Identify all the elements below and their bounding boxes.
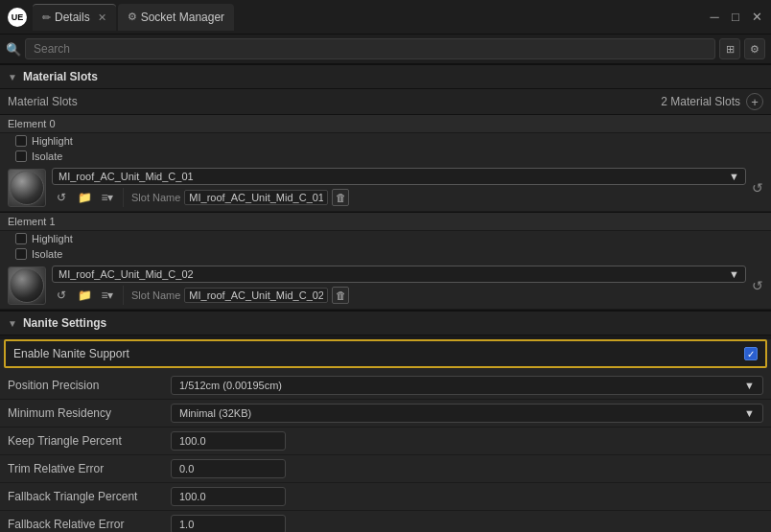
material-slots-section-header[interactable]: ▼ Material Slots — [0, 64, 771, 89]
element-1-isolate-label[interactable]: Isolate — [15, 248, 62, 260]
position-precision-control: 1/512cm (0.00195cm) ▼ — [171, 376, 763, 395]
element-0-isolate-row: Isolate — [0, 149, 771, 164]
material-slots-column-label: Material Slots — [8, 95, 78, 108]
grid-view-button[interactable]: ⊞ — [719, 38, 740, 59]
element-1-folder-icon[interactable]: 📁 — [75, 286, 94, 305]
fallback-triangle-percent-input[interactable] — [171, 487, 286, 506]
element-0-isolate-checkbox[interactable] — [15, 150, 27, 162]
add-icon: + — [751, 95, 759, 109]
element-0-slot-name-label: Slot Name — [131, 192, 180, 203]
material-slot-count: 2 Material Slots — [661, 95, 740, 108]
tab-details-close[interactable]: ✕ — [98, 12, 106, 24]
element-0-highlight-label[interactable]: Highlight — [15, 135, 73, 147]
material-slots-chevron: ▼ — [8, 72, 17, 82]
element-1-highlight-checkbox[interactable] — [15, 233, 27, 244]
element-0-material-name: MI_roof_AC_Unit_Mid_C_01 — [58, 171, 194, 182]
material-slots-header-row: Material Slots 2 Material Slots + — [0, 89, 771, 115]
fallback-relative-error-row: Fallback Relative Error — [0, 511, 771, 532]
fallback-triangle-percent-label: Fallback Triangle Percent — [8, 490, 171, 503]
title-bar: UE ✏ Details ✕ ⚙ Socket Manager ─ □ ✕ — [0, 0, 771, 35]
search-bar: 🔍 ⊞ ⚙ — [0, 35, 771, 64]
trim-relative-error-label: Trim Relative Error — [8, 462, 171, 475]
element-1-isolate-checkbox[interactable] — [15, 248, 27, 260]
nanite-settings-title: Nanite Settings — [23, 316, 106, 330]
fallback-relative-error-input[interactable] — [171, 515, 286, 532]
element-0-material-dropdown[interactable]: MI_roof_AC_Unit_Mid_C_01 ▼ — [52, 168, 746, 185]
keep-triangle-percent-label: Keep Triangle Percent — [8, 434, 171, 448]
element-0-material-row: MI_roof_AC_Unit_Mid_C_01 ▼ ↺ 📁 ≡▾ Slot N… — [0, 164, 771, 212]
element-1-browse-icon[interactable]: ↺ — [52, 286, 71, 305]
minimum-residency-dropdown[interactable]: Minimal (32KB) ▼ — [171, 404, 763, 423]
window-controls: ─ □ ✕ — [708, 11, 763, 24]
position-precision-arrow: ▼ — [744, 380, 755, 391]
element-1-material-row: MI_roof_AC_Unit_Mid_C_02 ▼ ↺ 📁 ≡▾ Slot N… — [0, 262, 771, 310]
minimum-residency-label: Minimum Residency — [8, 406, 171, 420]
element-1-more-icon[interactable]: ≡▾ — [98, 286, 117, 305]
fallback-triangle-percent-row: Fallback Triangle Percent — [0, 483, 771, 511]
position-precision-value: 1/512cm (0.00195cm) — [179, 380, 282, 391]
close-button[interactable]: ✕ — [750, 11, 763, 24]
search-icon: 🔍 — [6, 42, 21, 57]
element-0-highlight-row: Highlight — [0, 133, 771, 149]
fallback-relative-error-control — [171, 515, 763, 532]
element-0-slot-name-input[interactable] — [184, 190, 328, 205]
separator — [123, 188, 124, 207]
element-1-highlight-row: Highlight — [0, 231, 771, 246]
grid-icon: ⊞ — [726, 43, 735, 56]
settings-button[interactable]: ⚙ — [744, 38, 765, 59]
tab-socket-label: Socket Manager — [141, 11, 224, 24]
position-precision-dropdown[interactable]: 1/512cm (0.00195cm) ▼ — [171, 376, 763, 395]
material-slots-title: Material Slots — [23, 70, 98, 83]
fallback-triangle-control — [171, 487, 763, 506]
element-0-delete-button[interactable]: 🗑 — [332, 189, 349, 206]
nanite-chevron: ▼ — [8, 318, 17, 329]
minimize-button[interactable]: ─ — [708, 11, 721, 24]
tab-details[interactable]: ✏ Details ✕ — [33, 4, 116, 31]
element-0-thumb-inner — [10, 171, 44, 205]
minimum-residency-row: Minimum Residency Minimal (32KB) ▼ — [0, 400, 771, 428]
separator-1 — [123, 286, 124, 305]
element-0-reset-button[interactable]: ↺ — [752, 180, 763, 196]
element-0-folder-icon[interactable]: 📁 — [75, 188, 94, 207]
maximize-button[interactable]: □ — [729, 11, 742, 24]
element-1-slot-name-input[interactable] — [184, 288, 328, 303]
element-1-dropdown-arrow: ▼ — [729, 268, 739, 280]
element-0-section: Element 0 Highlight Isolate MI_roof_AC_U… — [0, 115, 771, 213]
element-0-highlight-checkbox[interactable] — [15, 135, 27, 147]
element-1-thumb-inner — [10, 268, 44, 303]
add-material-slot-button[interactable]: + — [746, 93, 763, 110]
trim-relative-error-row: Trim Relative Error — [0, 455, 771, 483]
element-0-dropdown-arrow: ▼ — [729, 171, 739, 182]
trim-relative-error-control — [171, 459, 763, 478]
keep-triangle-control — [171, 431, 763, 451]
settings-icon: ⚙ — [750, 43, 759, 56]
position-precision-label: Position Precision — [8, 379, 171, 392]
element-0-actions: ↺ 📁 ≡▾ Slot Name 🗑 — [52, 188, 746, 207]
element-0-thumbnail — [8, 169, 46, 207]
element-0-browse-icon[interactable]: ↺ — [52, 188, 71, 207]
minimum-residency-arrow: ▼ — [744, 407, 755, 419]
nanite-settings-section-header[interactable]: ▼ Nanite Settings — [0, 311, 771, 335]
fallback-relative-error-label: Fallback Relative Error — [8, 518, 171, 531]
tab-details-icon: ✏ — [42, 12, 51, 24]
element-1-delete-button[interactable]: 🗑 — [332, 287, 349, 304]
element-0-isolate-label[interactable]: Isolate — [15, 150, 62, 162]
keep-triangle-percent-input[interactable] — [171, 431, 286, 451]
element-1-label: Element 1 — [0, 213, 771, 231]
element-0-more-icon[interactable]: ≡▾ — [98, 188, 117, 207]
element-1-actions: ↺ 📁 ≡▾ Slot Name 🗑 — [52, 286, 746, 305]
element-1-material-dropdown[interactable]: MI_roof_AC_Unit_Mid_C_02 ▼ — [52, 266, 746, 283]
tab-socket-manager[interactable]: ⚙ Socket Manager — [118, 4, 234, 31]
element-0-label: Element 0 — [0, 115, 771, 133]
element-1-reset-button[interactable]: ↺ — [752, 278, 763, 293]
enable-nanite-label: Enable Nanite Support — [13, 347, 744, 360]
element-1-isolate-row: Isolate — [0, 246, 771, 262]
nanite-settings-content: Enable Nanite Support ✓ Position Precisi… — [0, 339, 771, 532]
enable-nanite-checkbox[interactable]: ✓ — [744, 347, 758, 360]
trim-relative-error-input[interactable] — [171, 459, 286, 478]
app-logo: UE — [8, 8, 27, 27]
minimum-residency-control: Minimal (32KB) ▼ — [171, 404, 763, 423]
tab-details-label: Details — [55, 11, 90, 24]
element-1-highlight-label[interactable]: Highlight — [15, 233, 73, 244]
search-input[interactable] — [25, 38, 715, 59]
